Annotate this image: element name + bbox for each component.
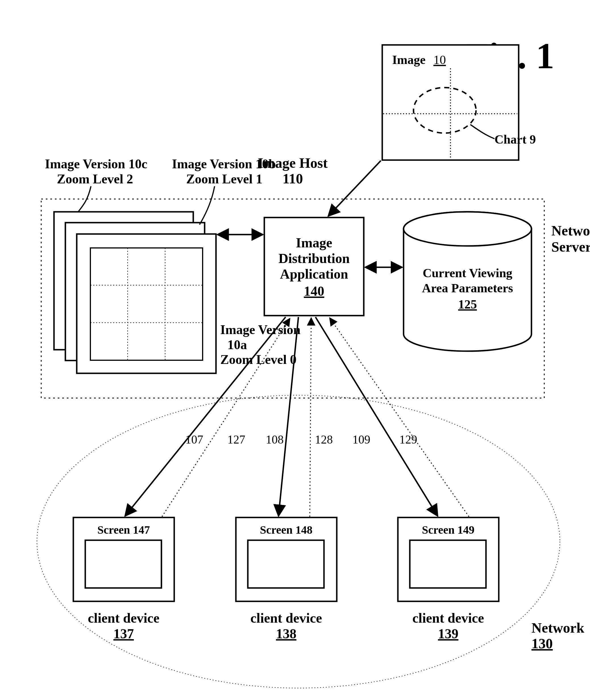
- image-versions: [54, 212, 216, 373]
- client-138-screen: Screen 148: [260, 523, 313, 536]
- db-cylinder: Current Viewing Area Parameters 125: [404, 212, 531, 351]
- network-title: Network: [531, 620, 584, 636]
- version-a-zoom: Zoom Level 0: [220, 352, 296, 367]
- version-c-label: Image Version 10c: [45, 157, 147, 171]
- db-l1: Current Viewing: [423, 266, 512, 280]
- diagram-canvas: Fig. 1 Image Host 110 Chart 9 Image 10 N…: [0, 0, 590, 700]
- label-107: 107: [185, 433, 203, 446]
- label-127: 127: [227, 433, 245, 446]
- svg-rect-21: [410, 540, 486, 588]
- app-l3: Application: [280, 266, 348, 281]
- label-129: 129: [399, 433, 417, 446]
- arrow-108: [279, 317, 298, 516]
- client-139-device: client device: [412, 610, 484, 625]
- db-num: 125: [458, 297, 477, 311]
- svg-rect-10: [77, 234, 216, 373]
- server-title: Network: [551, 223, 590, 239]
- client-139-num: 139: [438, 626, 459, 641]
- svg-rect-19: [248, 540, 324, 588]
- client-138: Screen 148 client device 138: [236, 517, 337, 641]
- client-138-num: 138: [276, 626, 296, 641]
- arrow-128: [310, 318, 311, 517]
- chart-label: Chart 9: [494, 133, 536, 147]
- arrow-imagehost-to-app: [328, 161, 381, 216]
- client-137-num: 137: [113, 626, 134, 641]
- app-l2: Distribution: [279, 251, 350, 266]
- svg-text:Server
       
      120: Server 120: [551, 239, 590, 255]
- db-l2: Area Parameters: [422, 281, 513, 295]
- version-c-zoom: Zoom Level 2: [57, 172, 133, 186]
- source-image-title: Image: [392, 53, 425, 67]
- svg-rect-17: [85, 540, 162, 588]
- svg-point-7: [404, 212, 531, 246]
- server-subtitle: Server: [551, 239, 590, 255]
- label-128: 128: [315, 433, 333, 446]
- version-a-label: Image Version: [220, 323, 300, 337]
- app-l1: Image: [296, 235, 332, 250]
- image-host-num: 110: [283, 171, 303, 186]
- client-139: Screen 149 client device 139: [398, 517, 499, 641]
- client-137-screen: Screen 147: [97, 523, 150, 536]
- client-137: Screen 147 client device 137: [73, 517, 174, 641]
- network-num: 130: [531, 635, 553, 651]
- version-b-label: Image Version 10b: [172, 157, 276, 171]
- label-108: 108: [266, 433, 284, 446]
- client-137-device: client device: [88, 610, 160, 625]
- client-139-screen: Screen 149: [422, 523, 475, 536]
- label-109: 109: [353, 433, 370, 446]
- source-image: Chart 9 Image 10: [382, 45, 536, 160]
- version-a-num: 10a: [227, 338, 247, 352]
- app-num: 140: [304, 283, 324, 298]
- server-label: Network Server 120: [551, 223, 590, 255]
- app-box: Image Distribution Application 140: [264, 217, 364, 316]
- source-image-num: 10: [433, 53, 446, 67]
- arrow-109: [315, 317, 438, 516]
- client-138-device: client device: [251, 610, 322, 625]
- version-b-zoom: Zoom Level 1: [186, 172, 262, 186]
